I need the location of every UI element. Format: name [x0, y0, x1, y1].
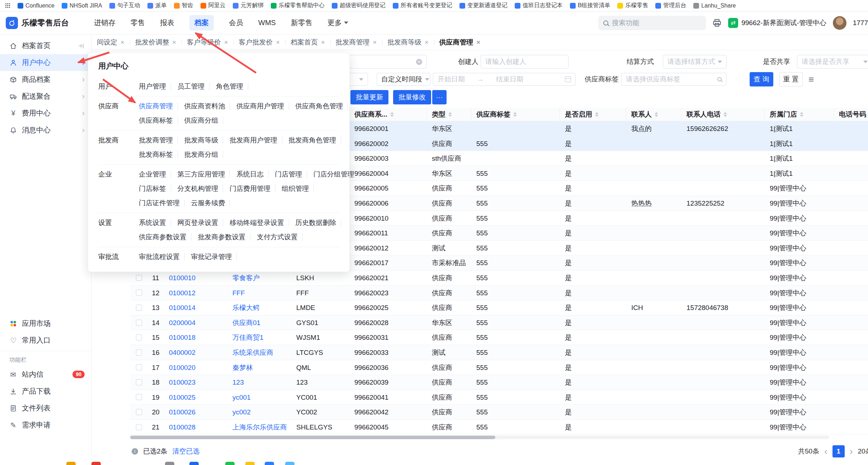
- bookmark-item[interactable]: 超级密码使用登记: [332, 2, 386, 9]
- creator-input[interactable]: [481, 55, 569, 69]
- nav-item[interactable]: 报表: [160, 18, 174, 28]
- mega-menu-item[interactable]: 云服务续费: [186, 199, 230, 207]
- mega-menu-item[interactable]: 历史数据删除: [291, 219, 341, 226]
- mega-menu-item[interactable]: 批发商参数设置: [193, 233, 250, 241]
- table-row[interactable]: 19 0100025 yc001 YC001 996620041 供应商 555…: [130, 390, 868, 405]
- row-checkbox[interactable]: [136, 379, 142, 385]
- table-row[interactable]: 17 0100020 秦梦林 QML 996620036 供应商 555 是 9…: [130, 360, 868, 375]
- tab-item[interactable]: 档案首页: [285, 34, 330, 50]
- supplier-code-link[interactable]: 0100026: [164, 405, 227, 419]
- table-header-cell[interactable]: 联系人: [626, 108, 681, 121]
- sidebar-item-goods-archive[interactable]: 商品档案 ›: [0, 71, 91, 88]
- bookmark-item[interactable]: 管理后台: [655, 2, 686, 9]
- nav-item[interactable]: 新零售: [291, 18, 312, 28]
- mega-menu-item[interactable]: 企业管理: [134, 170, 171, 178]
- supplier-code-link[interactable]: 0100014: [164, 300, 227, 315]
- nav-item[interactable]: 会员: [229, 18, 243, 28]
- mega-menu-item[interactable]: 供应商标签: [134, 117, 178, 124]
- supplier-code-link[interactable]: 0200004: [164, 315, 227, 330]
- nav-item[interactable]: 更多: [327, 18, 348, 28]
- mega-menu-item[interactable]: 系统日志: [232, 170, 269, 178]
- row-checkbox[interactable]: [136, 290, 142, 296]
- table-header-cell[interactable]: 所属门店: [765, 108, 834, 121]
- row-checkbox[interactable]: [136, 364, 142, 370]
- sidebar-item-message-center[interactable]: 消息中心 ›: [0, 122, 91, 138]
- dock-icon[interactable]: [189, 462, 199, 465]
- row-checkbox[interactable]: [136, 305, 142, 311]
- dock-icon[interactable]: [66, 462, 76, 465]
- horizontal-scrollbar[interactable]: [130, 436, 829, 439]
- row-checkbox[interactable]: [136, 409, 142, 415]
- mega-menu-item[interactable]: 审批记录管理: [186, 253, 237, 260]
- supplier-name-link[interactable]: 零食客户: [227, 271, 291, 285]
- table-row[interactable]: 18 0100023 123 123 996620039 供应商 555 是 9…: [130, 375, 868, 390]
- dock-icon[interactable]: [165, 462, 174, 465]
- printer-icon[interactable]: [712, 18, 722, 28]
- mega-menu-item[interactable]: 用户管理: [134, 83, 171, 90]
- mega-menu-item[interactable]: 批发商用户管理: [225, 136, 282, 144]
- table-header-cell[interactable]: 联系人电话: [681, 108, 765, 121]
- mega-menu-item[interactable]: 供应商管理: [134, 102, 178, 110]
- batch-modify-button[interactable]: 批量修改: [393, 90, 431, 104]
- sidebar-item-request[interactable]: ✎ 需求申请: [0, 417, 91, 433]
- bookmark-item[interactable]: 派单: [147, 2, 167, 9]
- bookmark-item[interactable]: 变更新通道登记: [459, 2, 508, 9]
- close-icon[interactable]: [173, 39, 176, 46]
- time-range-select[interactable]: 自定义时间段: [377, 73, 430, 86]
- supplier-code-link[interactable]: 0100012: [164, 286, 227, 300]
- row-checkbox[interactable]: [136, 320, 142, 326]
- next-page-icon[interactable]: ›: [850, 447, 853, 456]
- mega-menu-item[interactable]: 批发商等级: [179, 136, 223, 144]
- table-row[interactable]: 16 0400002 乐统采供应商 LTCGYS 996620033 测试 55…: [130, 345, 868, 360]
- tab-item[interactable]: 批发商管理: [330, 34, 382, 50]
- table-header-cell[interactable]: 电话号码: [834, 108, 868, 121]
- table-row[interactable]: 14 0200004 供应商01 GYS01 996620028 华东区 555…: [130, 315, 868, 330]
- mega-menu-item[interactable]: 门店证件管理: [134, 199, 185, 207]
- sidebar-item-archive-home[interactable]: 档案首页: [0, 37, 91, 54]
- function-search[interactable]: [598, 16, 706, 30]
- bookmark-item[interactable]: 阿里云: [201, 2, 226, 9]
- supplier-code-link[interactable]: 0100028: [164, 420, 227, 435]
- shared-select[interactable]: 请选择是否共享: [797, 55, 868, 69]
- supplier-name-link[interactable]: yc001: [227, 390, 291, 405]
- supplier-name-link[interactable]: 乐统采供应商: [227, 345, 291, 360]
- row-checkbox[interactable]: [136, 424, 142, 430]
- bookmark-item[interactable]: NHSoft JIRA: [62, 3, 102, 9]
- bookmark-item[interactable]: B组接管清单: [570, 2, 610, 9]
- row-checkbox[interactable]: [136, 275, 142, 281]
- sort-icon[interactable]: [800, 112, 803, 117]
- table-row[interactable]: 12 0100012 FFF FFF 996620023 供应商 555 是 9…: [130, 286, 868, 301]
- collapse-sidebar-icon[interactable]: [77, 42, 85, 50]
- current-page[interactable]: 1: [832, 445, 845, 457]
- mega-menu-item[interactable]: 门店管理: [270, 170, 307, 178]
- brand[interactable]: 乐檬零售后台: [6, 17, 92, 29]
- more-actions-button[interactable]: ···: [432, 90, 447, 104]
- tab-item[interactable]: 客户等级价: [181, 34, 233, 50]
- tab-item[interactable]: 批发价调整: [130, 34, 182, 50]
- sidebar-item-inbox[interactable]: ✉ 站内信 90: [0, 366, 91, 383]
- close-icon[interactable]: [121, 39, 124, 46]
- sort-icon[interactable]: [390, 112, 394, 117]
- supplier-code-link[interactable]: 0100018: [164, 330, 227, 345]
- close-icon[interactable]: [276, 39, 280, 46]
- mega-menu-item[interactable]: 门店费用管理: [225, 185, 275, 192]
- sort-icon[interactable]: [448, 112, 452, 117]
- table-row[interactable]: 13 0100014 乐檬大鳄 LMDE 996620025 供应商 555 是…: [130, 300, 868, 315]
- settlement-select[interactable]: 请选择结算方式: [663, 55, 727, 69]
- mega-menu-item[interactable]: 组织管理: [277, 185, 314, 192]
- bookmark-item[interactable]: 所有者账号变更登记: [393, 2, 452, 9]
- sidebar-item-delivery[interactable]: 配送聚合 ›: [0, 88, 91, 105]
- page-size-select[interactable]: 20条/页: [858, 447, 868, 456]
- row-checkbox[interactable]: [136, 349, 142, 356]
- mega-menu-item[interactable]: 批发商分组: [179, 151, 223, 158]
- tab-item[interactable]: 批发商等级: [382, 34, 434, 50]
- supplier-name-link[interactable]: 万佳商贸1: [227, 330, 291, 345]
- tab-item[interactable]: 供应商管理: [434, 34, 486, 50]
- mega-menu-item[interactable]: 网页登录设置: [173, 219, 223, 226]
- mega-menu-item[interactable]: 供应商角色管理: [291, 102, 348, 110]
- mega-menu-item[interactable]: 支付方式设置: [252, 233, 303, 241]
- dock-icon[interactable]: [245, 462, 255, 465]
- sidebar-item-app-market[interactable]: 应用市场: [0, 315, 91, 332]
- nav-item[interactable]: 档案: [189, 15, 214, 30]
- dock-icon[interactable]: [265, 462, 274, 465]
